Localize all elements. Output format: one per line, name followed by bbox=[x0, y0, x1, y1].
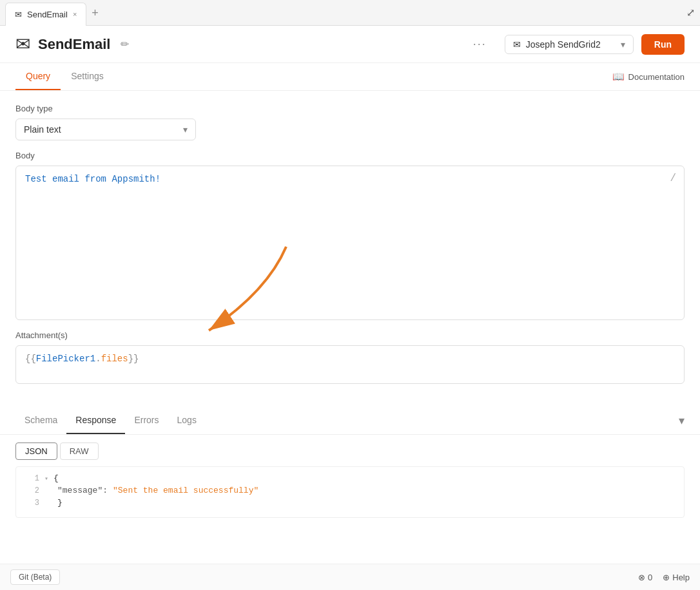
slash-button[interactable]: / bbox=[670, 173, 676, 184]
body-type-value: Plain text bbox=[24, 124, 183, 135]
response-output: 1 ▾ { 2 "message": "Sent the email succe… bbox=[15, 466, 685, 518]
attachments-label: Attachment(s) bbox=[15, 330, 685, 340]
open-brace: { bbox=[53, 473, 59, 483]
format-tab-json[interactable]: JSON bbox=[15, 442, 57, 460]
header-mail-icon: ✉ bbox=[15, 33, 30, 55]
collapse-response-icon[interactable]: ▾ bbox=[679, 414, 685, 428]
tab-logs[interactable]: Logs bbox=[168, 407, 206, 434]
body-editor[interactable]: Test email from Appsmith! / bbox=[15, 166, 685, 320]
new-tab-button[interactable]: + bbox=[92, 7, 99, 19]
attachments-field: Attachment(s) {{FilePicker1.files}} bbox=[15, 330, 685, 384]
body-type-select[interactable]: Plain text ▾ bbox=[15, 119, 196, 140]
code-line-1: 1 ▾ { bbox=[16, 472, 684, 484]
body-code-value: Test email from Appsmith! bbox=[25, 174, 160, 184]
close-curly: }} bbox=[128, 354, 139, 364]
format-tab-raw[interactable]: RAW bbox=[60, 442, 99, 460]
body-type-field: Body type Plain text ▾ bbox=[15, 104, 685, 140]
tab-bar: ✉ SendEmail × + ⤢ bbox=[0, 0, 700, 26]
datasource-selector[interactable]: ✉ Joseph SendGrid2 ▾ bbox=[505, 35, 634, 54]
tab-mail-icon: ✉ bbox=[15, 10, 22, 19]
tab-schema[interactable]: Schema bbox=[15, 407, 66, 434]
tab-errors[interactable]: Errors bbox=[125, 407, 168, 434]
nav-tabs: Query Settings 📖 Documentation bbox=[0, 63, 700, 91]
tab-settings[interactable]: Settings bbox=[61, 63, 114, 90]
body-type-chevron-icon: ▾ bbox=[183, 124, 188, 135]
message-value: "Sent the email successfully" bbox=[113, 486, 258, 495]
open-curly: {{ bbox=[25, 354, 36, 364]
files-property: files bbox=[101, 354, 128, 364]
app-header: ✉ SendEmail ✏ ··· ✉ Joseph SendGrid2 ▾ R… bbox=[0, 26, 700, 63]
tab-query[interactable]: Query bbox=[15, 63, 61, 90]
bottom-tabs-bar: Schema Response Errors Logs ▾ bbox=[0, 407, 700, 435]
line-number-2: 2 bbox=[24, 486, 39, 495]
code-line-2: 2 "message": "Sent the email successfull… bbox=[16, 484, 684, 497]
datasource-label: Joseph SendGrid2 bbox=[526, 39, 616, 50]
filepicker-key: FilePicker1 bbox=[36, 354, 95, 364]
datasource-icon: ✉ bbox=[513, 39, 521, 50]
body-label: Body bbox=[15, 151, 685, 160]
tab-response[interactable]: Response bbox=[66, 407, 125, 434]
query-content: Body type Plain text ▾ Body Test email f… bbox=[0, 91, 700, 407]
tab-label: SendEmail bbox=[27, 10, 68, 19]
code-line-3: 3 } bbox=[16, 497, 684, 509]
collapse-arrow-1[interactable]: ▾ bbox=[44, 475, 48, 482]
book-icon: 📖 bbox=[612, 71, 625, 82]
external-link-icon[interactable]: ⤢ bbox=[686, 6, 695, 19]
documentation-label: Documentation bbox=[628, 72, 685, 82]
dot-separator: . bbox=[95, 354, 101, 364]
header-title: SendEmail bbox=[38, 36, 110, 53]
close-brace: } bbox=[57, 498, 63, 508]
documentation-link[interactable]: 📖 Documentation bbox=[612, 71, 685, 82]
attachments-editor[interactable]: {{FilePicker1.files}} bbox=[15, 345, 685, 384]
edit-title-icon[interactable]: ✏ bbox=[121, 38, 129, 50]
line-number-3: 3 bbox=[24, 499, 39, 508]
message-key: "message": bbox=[57, 486, 108, 495]
run-button[interactable]: Run bbox=[641, 34, 685, 55]
body-field: Body Test email from Appsmith! / bbox=[15, 151, 685, 320]
format-tabs: JSON RAW bbox=[15, 442, 685, 460]
more-options-icon[interactable]: ··· bbox=[473, 37, 487, 51]
tab-close-icon[interactable]: × bbox=[73, 10, 77, 18]
datasource-chevron-icon: ▾ bbox=[621, 39, 625, 50]
body-type-label: Body type bbox=[15, 104, 685, 113]
response-area: JSON RAW 1 ▾ { 2 "message": "Sent the em… bbox=[0, 435, 700, 526]
send-email-tab[interactable]: ✉ SendEmail × bbox=[5, 3, 86, 26]
line-number-1: 1 bbox=[24, 474, 39, 483]
